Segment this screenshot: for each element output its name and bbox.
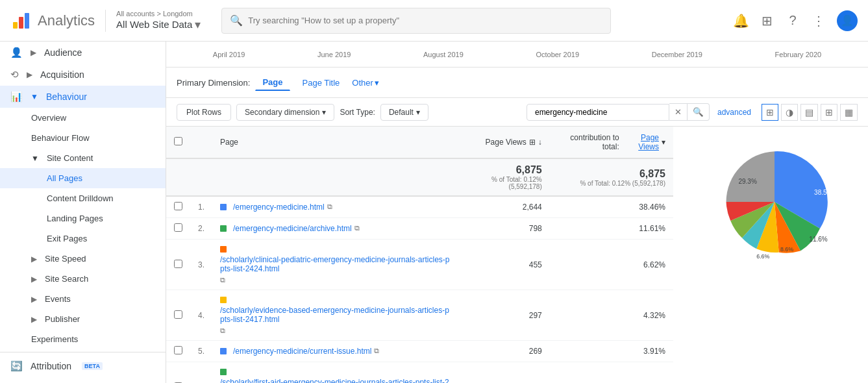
- row3-checkbox[interactable]: [166, 240, 190, 290]
- other-dropdown-icon: ▾: [375, 78, 379, 88]
- view-icons: ⊞ ◑ ▤ ⊞ ▦: [762, 104, 858, 121]
- row5-checkbox-input[interactable]: [174, 346, 182, 354]
- sidebar-item-all-pages[interactable]: All Pages: [0, 168, 166, 188]
- notifications-icon[interactable]: 🔔: [733, 13, 749, 29]
- content-area: April 2019 June 2019 August 2019 October…: [166, 42, 868, 383]
- row3-page-cell: /scholarly/clinical-pediatric-emergency-…: [220, 245, 451, 284]
- th-checkbox: [166, 127, 190, 158]
- view-bar-button[interactable]: ▤: [800, 104, 818, 121]
- filter-clear-button[interactable]: ✕: [669, 103, 688, 121]
- main-area: 👤 ▶ Audience ⟲ ▶ Acquisition 📊 ▼ Behavio…: [0, 42, 868, 383]
- view-column-button[interactable]: ▦: [840, 104, 858, 121]
- sidebar-item-site-content[interactable]: ▼ Site Content: [0, 148, 166, 168]
- sort-default-label: Default: [389, 108, 414, 117]
- row6-page-cell: /scholarly/first-aid-emergency-medicine-…: [220, 367, 451, 383]
- more-vert-icon[interactable]: ⋮: [811, 13, 826, 29]
- person-icon: 👤: [10, 47, 23, 58]
- view-pie-button[interactable]: ◑: [781, 104, 798, 121]
- avatar[interactable]: 👤: [837, 10, 858, 31]
- sidebar-item-behaviour[interactable]: 📊 ▼ Behaviour: [0, 86, 166, 108]
- sidebar-item-content-drilldown[interactable]: Content Drilldown: [0, 188, 166, 208]
- sidebar-item-landing-pages[interactable]: Landing Pages: [0, 208, 166, 229]
- secondary-dimension-button[interactable]: Secondary dimension ▾: [236, 104, 334, 121]
- sidebar-item-experiments[interactable]: Experiments: [0, 329, 166, 349]
- row6-page-link[interactable]: /scholarly/first-aid-emergency-medicine-…: [220, 378, 451, 383]
- row2-ext-icon[interactable]: ⧉: [354, 224, 360, 232]
- sidebar-label-events: Events: [45, 294, 71, 304]
- publisher-expand-icon: ▶: [31, 315, 37, 324]
- row1-checkbox-input[interactable]: [174, 202, 182, 210]
- sidebar-item-exit-pages[interactable]: Exit Pages: [0, 229, 166, 249]
- table-row: 2. /emergency-medicine/archive.html ⧉ 79…: [166, 218, 673, 240]
- row1-num: 1.: [190, 196, 212, 218]
- apps-icon[interactable]: ⊞: [759, 13, 775, 29]
- row1-page-link[interactable]: /emergency-medicine.html: [233, 203, 325, 212]
- dim-page-title-button[interactable]: Page Title: [295, 75, 347, 91]
- th-page-views-1[interactable]: Page Views ⊞ ↓: [459, 127, 550, 158]
- sidebar-divider: [0, 352, 166, 352]
- row2-checkbox[interactable]: [166, 218, 190, 240]
- row5-page-cell: /emergency-medicine/current-issue.html ⧉: [220, 347, 451, 356]
- help-icon[interactable]: ?: [785, 13, 800, 29]
- behaviour-expand-icon: ▼: [31, 92, 38, 101]
- th-page-views-label-1: Page Views: [486, 138, 527, 147]
- row6-views: 247: [459, 362, 550, 384]
- dim-page-button[interactable]: Page: [255, 74, 290, 91]
- sidebar-item-publisher[interactable]: ▶ Publisher: [0, 309, 166, 329]
- filter-search-button[interactable]: 🔍: [688, 103, 710, 121]
- acquisition-expand-icon: ▶: [27, 70, 32, 79]
- sidebar-item-acquisition[interactable]: ⟲ ▶ Acquisition: [0, 64, 166, 86]
- row3-checkbox-input[interactable]: [174, 260, 182, 268]
- row5-checkbox[interactable]: [166, 341, 190, 362]
- row1-ext-icon[interactable]: ⧉: [327, 203, 332, 211]
- primary-dimension-toolbar: Primary Dimension: Page Page Title Other…: [166, 68, 868, 98]
- th-page[interactable]: Page: [212, 127, 459, 158]
- search-bar[interactable]: 🔍: [221, 8, 611, 34]
- row4-page-link[interactable]: /scholarly/evidence-based-emergency-medi…: [220, 306, 451, 324]
- sidebar-item-site-speed[interactable]: ▶ Site Speed: [0, 249, 166, 269]
- th-page-views-2[interactable]: contribution to total: Page Views ▾: [550, 127, 673, 158]
- dropdown-arrow-icon[interactable]: ▾: [195, 18, 201, 32]
- row5-page-link[interactable]: /emergency-medicine/current-issue.html: [233, 347, 371, 356]
- row1-checkbox[interactable]: [166, 196, 190, 218]
- sidebar-item-site-search[interactable]: ▶ Site Search: [0, 269, 166, 289]
- sidebar-item-overview[interactable]: Overview: [0, 108, 166, 128]
- sidebar-item-audience[interactable]: 👤 ▶ Audience: [0, 42, 166, 64]
- table-row: 4. /scholarly/evidence-based-emergency-m…: [166, 290, 673, 341]
- header: Analytics All accounts > Longdom All Web…: [0, 0, 868, 42]
- sidebar-label-site-speed: Site Speed: [45, 254, 86, 264]
- row3-page-link[interactable]: /scholarly/clinical-pediatric-emergency-…: [220, 255, 451, 273]
- row6-checkbox[interactable]: [166, 362, 190, 384]
- site-search-expand-icon: ▶: [31, 275, 37, 284]
- row2-checkbox-input[interactable]: [174, 223, 182, 232]
- row3-ext-icon[interactable]: ⧉: [220, 276, 225, 284]
- site-content-expand-icon: ▼: [31, 154, 39, 163]
- select-all-checkbox[interactable]: [174, 137, 182, 145]
- filter-bar: Plot Rows Secondary dimension ▾ Sort Typ…: [166, 98, 868, 127]
- row4-checkbox-input[interactable]: [174, 310, 182, 319]
- row2-pct: 11.61%: [550, 218, 673, 240]
- property-selector[interactable]: All Web Site Data ▾: [116, 18, 201, 32]
- sidebar-label-acquisition: Acquisition: [40, 69, 84, 80]
- filter-search-input[interactable]: [527, 104, 669, 121]
- primary-dim-label: Primary Dimension:: [177, 78, 250, 88]
- sidebar-item-attribution[interactable]: 🔄 Attribution BETA: [0, 355, 166, 377]
- dim-other-button[interactable]: Other ▾: [352, 78, 379, 88]
- contribution-dropdown-icon[interactable]: ▾: [662, 138, 665, 147]
- pie-label-66: 6.6%: [756, 253, 769, 260]
- row2-page-link[interactable]: /emergency-medicine/archive.html: [233, 224, 352, 233]
- search-input[interactable]: [248, 16, 602, 25]
- advanced-link[interactable]: advanced: [717, 108, 751, 117]
- row4-checkbox[interactable]: [166, 290, 190, 341]
- breadcrumb-path: All accounts > Longdom: [116, 10, 201, 18]
- row5-ext-icon[interactable]: ⧉: [374, 347, 379, 355]
- view-scatter-button[interactable]: ⊞: [821, 104, 837, 121]
- sort-default-button[interactable]: Default ▾: [380, 104, 428, 121]
- secondary-dim-dropdown-icon: ▾: [322, 108, 326, 117]
- sidebar-item-events[interactable]: ▶ Events: [0, 289, 166, 309]
- sidebar-label-behaviour-flow: Behaviour Flow: [31, 133, 90, 143]
- view-grid-button[interactable]: ⊞: [762, 104, 778, 121]
- sidebar-item-behaviour-flow[interactable]: Behaviour Flow: [0, 128, 166, 148]
- row4-ext-icon[interactable]: ⧉: [220, 327, 225, 335]
- plot-rows-button[interactable]: Plot Rows: [177, 104, 231, 121]
